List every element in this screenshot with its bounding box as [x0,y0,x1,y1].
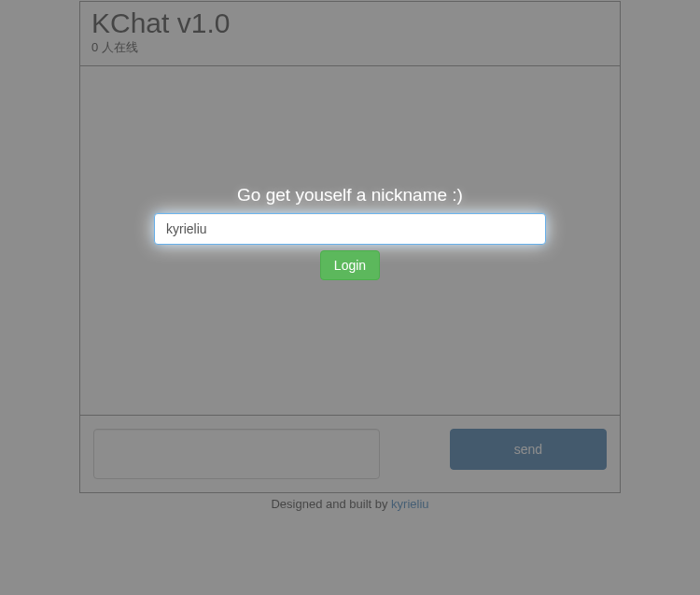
nickname-input[interactable] [154,213,546,245]
login-modal: Go get youself a nickname :) Login [149,185,551,280]
modal-title: Go get youself a nickname :) [149,185,551,205]
modal-overlay: Go get youself a nickname :) Login [0,0,700,595]
login-button[interactable]: Login [320,250,380,280]
